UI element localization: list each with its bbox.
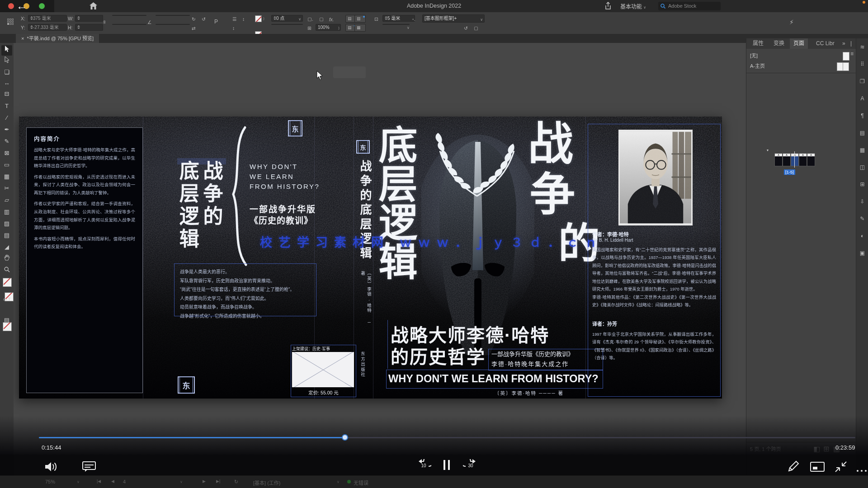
captions-icon[interactable] [82,461,96,472]
page-thumbnail[interactable]: A [783,153,791,166]
rectangle-tool[interactable]: ▭ [1,160,12,170]
corner-shape-icon[interactable]: ▢ [319,16,324,22]
content-collector-tool[interactable]: ⊟ [1,89,12,99]
prev-page-button[interactable]: ◀ [111,479,114,483]
pause-button[interactable] [442,460,451,472]
gap-tool[interactable]: ↔ [1,78,12,88]
page-tool[interactable]: ❏ [1,67,12,77]
dock-edit-icon[interactable]: ✎ [856,216,868,222]
master-row-none[interactable]: [无] [746,51,856,61]
reference-point-proxy[interactable] [7,19,14,25]
touch-workspace-icon[interactable]: ⚡ [789,19,794,26]
page-thumbnail[interactable]: A [774,153,783,166]
more-options-icon[interactable] [855,465,868,474]
front-heading-2[interactable]: 的历史哲学 [391,343,486,369]
tab-properties[interactable]: 属性 [749,38,767,49]
formatting-affects-buttons[interactable]: ▭ T [1,294,12,305]
flip-icon[interactable]: ⇄ [192,25,196,31]
next-page-button[interactable]: ▶ [203,479,206,483]
close-tab-icon[interactable]: × [21,36,24,41]
back-cover-english[interactable]: WHY DON'T WE LEARN FROM HISTORY? [250,162,320,192]
shear-angle-dropdown[interactable]: ∨ [156,24,190,25]
preflight-chevron-icon[interactable]: ∨ [337,480,340,484]
dock-links-icon[interactable]: ⊞ [856,181,868,188]
chevron-down-icon[interactable]: ∨ [407,26,410,30]
x-value-field[interactable]: 375 毫米 [28,15,67,22]
volume-icon[interactable] [44,461,58,473]
dock-properties-icon[interactable]: ≋ [856,44,868,50]
seek-bar[interactable] [39,437,855,438]
object-style-dropdown[interactable]: [基本图形框架]+∨ [422,14,485,23]
dock-grid-icon[interactable]: ⠿ [856,61,868,67]
gap-value-field[interactable]: 5 毫米 [382,15,415,22]
frame-fitting-icon[interactable]: ▫. [412,16,415,22]
swatch-flyout-icon[interactable]: ⟩ [263,17,264,21]
page-thumbnail-selected[interactable]: A [791,153,799,166]
dock-paragraph-icon[interactable]: ¶ [856,113,868,119]
first-page-button[interactable]: |◀ [97,479,101,483]
dock-swatches-icon[interactable]: ▦ [856,147,868,153]
tracking-icon[interactable]: ↕ [232,25,235,31]
last-page-button[interactable]: ▶| [216,479,220,483]
grid-tool[interactable]: ▦ [1,171,12,182]
author-photo-frame[interactable] [618,130,693,225]
master-row-a[interactable]: A-主页 [746,61,856,71]
gradient-tool[interactable]: ▥ [1,206,12,217]
hand-tool[interactable] [1,253,12,264]
direct-selection-tool[interactable] [1,56,12,66]
zoom-level[interactable]: 75% [45,479,55,484]
refresh-icon[interactable]: ↻ [234,479,238,485]
book-cover-spread[interactable]: 内容简介 战略大家与史学大师李德·哈特的晚年集大成之作，高度总结了作者对战争史和… [19,117,722,399]
leading-icon[interactable]: ↕ [242,16,245,22]
dock-stroke-icon[interactable]: ▤ [856,130,868,136]
adobe-stock-search[interactable]: Adobe Stock [658,2,721,10]
preflight-profile[interactable]: [基本] (工作) [253,479,281,486]
back-cover-title[interactable]: 战争的 底层逻辑 [175,160,223,265]
stroke-swatch-none[interactable] [255,15,262,22]
shear-icon[interactable]: ∠ [147,19,151,25]
skip-back-button[interactable]: 10 [416,459,431,474]
constrain-link-icon[interactable]: ∞ [102,20,108,24]
pencil-tool[interactable]: ✎ [1,136,12,146]
page-chevron-icon[interactable]: ∨ [180,480,183,484]
dock-library-icon[interactable]: ▣ [856,250,868,256]
y-value-field[interactable]: -27.333 毫米 [28,24,67,31]
align-right-button[interactable]: ▦ [354,24,366,32]
dock-effects-icon[interactable]: ◐ [856,233,868,239]
new-page-icon[interactable]: ⊞ [823,445,829,453]
fill-color-swatch[interactable] [3,278,12,287]
back-quotes-frame[interactable]: 战争是人类最大的恶行。 军队靠胃袋行军，历史则由政治家的胃来推动。 “尚武”往往… [174,263,316,316]
pip-icon[interactable] [810,462,825,472]
skip-forward-button[interactable]: 30 [463,459,478,474]
scale-x-dropdown[interactable]: ∨ [112,15,146,16]
style-frame-icon[interactable]: ▢ [474,25,478,31]
frame-tool[interactable]: ⊠ [1,148,12,158]
pen-tool[interactable]: ✒ [1,124,12,135]
wrap-on-button[interactable]: ▥ [354,15,366,23]
rotate-angle-dropdown[interactable]: ∨ [156,15,190,16]
annotate-pencil-icon[interactable] [788,460,799,472]
rotate-cw-icon[interactable]: ↻ [192,16,196,22]
scissors-tool[interactable]: ✂ [1,183,12,193]
scale-percent-field[interactable]: 100%⟩ [316,24,341,31]
swatch-tint-dropdown[interactable] [382,24,410,25]
document-canvas[interactable]: 内容简介 战略大家与史学大师李德·哈特的晚年集大成之作，高度总结了作者对战争史和… [14,43,746,475]
barcode-block[interactable]: 上架建议：历史·军事 定价: 55.00 元 [291,345,356,397]
free-transform-tool[interactable]: ▱ [1,195,12,205]
page-thumbnail[interactable]: A [799,153,807,166]
effects-fx-icon[interactable]: fx. [329,17,334,22]
undo-style-icon[interactable]: ↺ [464,25,468,31]
scale-grid-icon[interactable]: ⊞ [307,25,311,31]
line-tool[interactable]: ∕ [1,113,12,123]
back-flap-intro-frame[interactable]: 内容简介 战略大家与史学大师李德·哈特的晚年集大成之作，高度总结了作者对战争史和… [26,127,143,393]
document-tab[interactable]: × *平装.indd @ 75% [GPU 预览] [16,34,99,43]
rotate-ccw-icon[interactable]: ↺ [202,16,206,22]
zoom-chevron-icon[interactable]: ∨ [77,480,80,484]
dock-pages-icon[interactable]: ❐ [856,78,868,84]
screen-mode-button[interactable]: ▤ [1,315,12,325]
tab-cc-libraries[interactable]: CC Libr [812,38,838,49]
scale-y-dropdown[interactable]: ∨ [112,24,146,25]
fit-frame-icon[interactable]: ⊡ [374,16,378,22]
eyedropper-tool[interactable]: ◢ [1,242,12,252]
selection-tool[interactable] [1,45,12,56]
